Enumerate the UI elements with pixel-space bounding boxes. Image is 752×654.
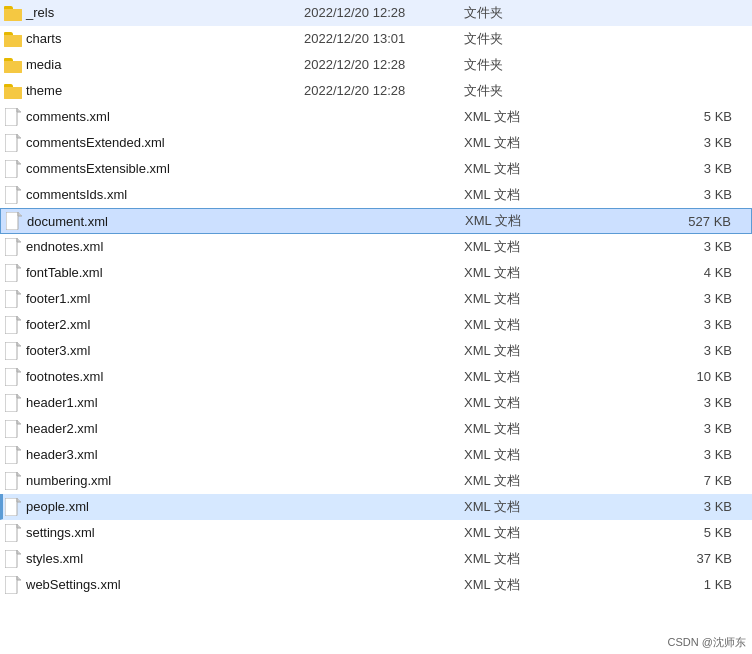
file-size: 3 KB: [564, 135, 748, 150]
svg-rect-47: [5, 290, 17, 308]
svg-marker-54: [17, 316, 21, 320]
file-name-label: footnotes.xml: [26, 369, 103, 384]
file-name-label: header2.xml: [26, 421, 98, 436]
file-name-label: footer1.xml: [26, 291, 90, 306]
list-item[interactable]: header2.xmlXML 文档3 KB: [0, 416, 752, 442]
xml-file-icon: [4, 290, 22, 308]
list-item[interactable]: people.xmlXML 文档3 KB: [0, 494, 752, 520]
svg-rect-72: [5, 420, 17, 438]
file-size: 10 KB: [564, 369, 748, 384]
list-item[interactable]: media2022/12/20 12:28文件夹: [0, 52, 752, 78]
file-type: XML 文档: [464, 576, 564, 594]
file-type: XML 文档: [464, 160, 564, 178]
list-item[interactable]: _rels2022/12/20 12:28文件夹: [0, 0, 752, 26]
svg-rect-57: [5, 342, 17, 360]
file-size: 3 KB: [564, 161, 748, 176]
file-type: XML 文档: [465, 212, 565, 230]
svg-marker-14: [17, 108, 21, 112]
list-item[interactable]: webSettings.xmlXML 文档1 KB: [0, 572, 752, 598]
svg-marker-64: [17, 368, 21, 372]
list-item[interactable]: footer3.xmlXML 文档3 KB: [0, 338, 752, 364]
xml-file-icon: [4, 420, 22, 438]
list-item[interactable]: commentsExtended.xmlXML 文档3 KB: [0, 130, 752, 156]
file-size: 7 KB: [564, 473, 748, 488]
list-item[interactable]: footer1.xmlXML 文档3 KB: [0, 286, 752, 312]
svg-rect-5: [4, 35, 22, 47]
file-type: XML 文档: [464, 394, 564, 412]
xml-file-icon: [4, 264, 22, 282]
file-type: XML 文档: [464, 524, 564, 542]
file-size: 4 KB: [564, 265, 748, 280]
svg-marker-19: [17, 134, 21, 138]
svg-rect-22: [5, 160, 17, 178]
svg-marker-89: [17, 498, 21, 502]
list-item[interactable]: footnotes.xmlXML 文档10 KB: [0, 364, 752, 390]
svg-marker-94: [17, 524, 21, 528]
file-name-label: endnotes.xml: [26, 239, 103, 254]
xml-file-icon: [4, 342, 22, 360]
file-type: XML 文档: [464, 446, 564, 464]
svg-rect-37: [5, 238, 17, 256]
list-item[interactable]: header1.xmlXML 文档3 KB: [0, 390, 752, 416]
file-name-label: commentsExtended.xml: [26, 135, 165, 150]
file-name-label: _rels: [26, 5, 54, 20]
list-item[interactable]: comments.xmlXML 文档5 KB: [0, 104, 752, 130]
xml-file-icon: [4, 368, 22, 386]
svg-marker-99: [17, 550, 21, 554]
list-item[interactable]: charts2022/12/20 13:01文件夹: [0, 26, 752, 52]
file-type: XML 文档: [464, 498, 564, 516]
file-name-label: comments.xml: [26, 109, 110, 124]
svg-marker-79: [17, 446, 21, 450]
svg-rect-62: [5, 368, 17, 386]
file-name-label: header1.xml: [26, 395, 98, 410]
file-size: 3 KB: [564, 239, 748, 254]
list-item[interactable]: numbering.xmlXML 文档7 KB: [0, 468, 752, 494]
xml-file-icon: [4, 134, 22, 152]
list-item[interactable]: footer2.xmlXML 文档3 KB: [0, 312, 752, 338]
xml-file-icon: [4, 160, 22, 178]
svg-marker-84: [17, 472, 21, 476]
file-name-label: numbering.xml: [26, 473, 111, 488]
file-type: 文件夹: [464, 4, 564, 22]
svg-rect-87: [5, 498, 17, 516]
file-name-label: header3.xml: [26, 447, 98, 462]
file-name-label: document.xml: [27, 214, 108, 229]
list-item[interactable]: settings.xmlXML 文档5 KB: [0, 520, 752, 546]
file-date: 2022/12/20 12:28: [304, 57, 464, 72]
file-name-label: settings.xml: [26, 525, 95, 540]
file-size: 527 KB: [565, 214, 747, 229]
list-item[interactable]: fontTable.xmlXML 文档4 KB: [0, 260, 752, 286]
list-item[interactable]: commentsExtensible.xmlXML 文档3 KB: [0, 156, 752, 182]
file-name-label: people.xml: [26, 499, 89, 514]
file-type: XML 文档: [464, 550, 564, 568]
file-date: 2022/12/20 12:28: [304, 83, 464, 98]
svg-rect-97: [5, 550, 17, 568]
list-item[interactable]: commentsIds.xmlXML 文档3 KB: [0, 182, 752, 208]
file-type: XML 文档: [464, 264, 564, 282]
svg-rect-82: [5, 472, 17, 490]
file-type: XML 文档: [464, 134, 564, 152]
folder-icon: [4, 82, 22, 100]
list-item[interactable]: styles.xmlXML 文档37 KB: [0, 546, 752, 572]
watermark: CSDN @沈师东: [668, 635, 746, 650]
list-item[interactable]: endnotes.xmlXML 文档3 KB: [0, 234, 752, 260]
file-name-label: footer2.xml: [26, 317, 90, 332]
file-date: 2022/12/20 13:01: [304, 31, 464, 46]
xml-file-icon: [4, 394, 22, 412]
file-name-label: charts: [26, 31, 61, 46]
file-name-label: commentsIds.xml: [26, 187, 127, 202]
file-size: 1 KB: [564, 577, 748, 592]
file-name-label: commentsExtensible.xml: [26, 161, 170, 176]
list-item[interactable]: document.xmlXML 文档527 KB: [0, 208, 752, 234]
xml-file-icon: [4, 108, 22, 126]
list-item[interactable]: theme2022/12/20 12:28文件夹: [0, 78, 752, 104]
xml-file-icon: [4, 238, 22, 256]
file-type: 文件夹: [464, 82, 564, 100]
xml-file-icon: [4, 446, 22, 464]
svg-marker-24: [17, 160, 21, 164]
list-item[interactable]: header3.xmlXML 文档3 KB: [0, 442, 752, 468]
file-size: 5 KB: [564, 109, 748, 124]
file-type: XML 文档: [464, 290, 564, 308]
file-type: XML 文档: [464, 238, 564, 256]
svg-rect-92: [5, 524, 17, 542]
